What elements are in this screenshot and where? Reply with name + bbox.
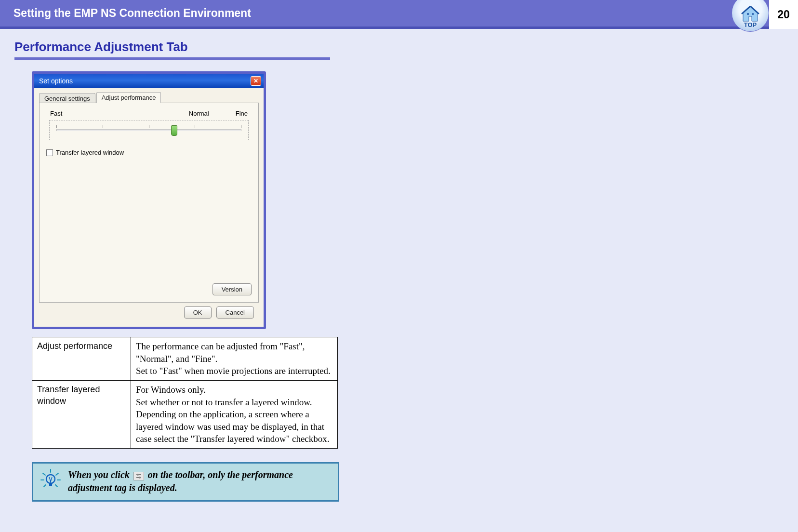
heading-underline [14,57,330,60]
performance-slider[interactable] [49,120,249,140]
svg-line-7 [44,485,46,487]
tip-text-before: When you click [68,469,132,480]
top-badge-label: TOP [744,21,757,28]
svg-rect-0 [747,13,749,15]
tab-panel: Fast Normal Fine [39,103,259,303]
checkbox-label: Transfer layered window [56,149,124,156]
set-options-dialog: Set options ✕ General settings Adjust pe… [32,71,266,329]
dialog-screenshot: Set options ✕ General settings Adjust pe… [32,71,266,329]
row-value: The performance can be adjusted from "Fa… [131,337,338,381]
transfer-layered-checkbox-row[interactable]: Transfer layered window [46,149,252,156]
dialog-titlebar: Set options ✕ [34,74,264,88]
page-number: 20 [769,0,798,29]
svg-point-11 [137,474,139,476]
toolbar-sliders-icon [133,472,144,480]
slider-label-normal: Normal [189,110,209,117]
row-value: For Windows only.Set whether or not to t… [131,380,338,448]
tab-adjust-performance[interactable]: Adjust performance [96,92,161,103]
checkbox-icon[interactable] [46,149,53,156]
row-key: Adjust performance [32,337,131,381]
svg-point-13 [139,477,141,479]
content-area: Performance Adjustment Tab Set options ✕… [0,29,798,512]
page-header: Setting the EMP NS Connection Environmen… [0,0,798,29]
row-key: Transfer layered window [32,380,131,448]
dialog-body: General settings Adjust performance Fast… [34,88,264,327]
ok-button[interactable]: OK [184,306,212,319]
top-link-badge[interactable]: TOP [732,0,769,32]
svg-rect-1 [752,13,754,15]
house-icon [741,6,759,22]
slider-label-fast: Fast [50,110,189,117]
tabstrip: General settings Adjust performance [39,92,259,103]
lightbulb-icon [40,468,61,492]
slider-thumb[interactable] [171,125,177,136]
dialog-footer: OK Cancel [39,303,259,324]
svg-line-4 [56,473,58,475]
version-button[interactable]: Version [213,283,252,295]
slider-labels: Fast Normal Fine [46,110,252,117]
slider-label-fine: Fine [236,110,248,117]
svg-line-3 [43,473,45,475]
dialog-title: Set options [39,77,73,85]
section-heading: Performance Adjustment Tab [14,40,784,54]
svg-line-8 [55,485,57,487]
header-title: Setting the EMP NS Connection Environmen… [13,7,251,20]
table-row: Transfer layered window For Windows only… [32,380,338,448]
tip-text: When you click on the toolbar, only the … [68,468,331,494]
tip-box: When you click on the toolbar, only the … [32,462,339,502]
cancel-button[interactable]: Cancel [216,306,254,319]
description-table: Adjust performance The performance can b… [32,337,338,449]
table-row: Adjust performance The performance can b… [32,337,338,381]
close-icon[interactable]: ✕ [251,76,261,86]
